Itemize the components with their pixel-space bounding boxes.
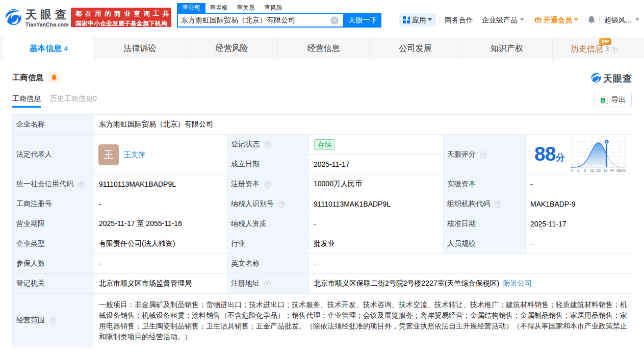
svg-text:85: 85 [604,169,608,172]
svg-text:x: x [602,98,604,102]
svg-text:97: 97 [610,169,614,172]
svg-text:0: 0 [571,169,573,172]
svg-text:1: 1 [577,169,579,172]
svg-text:3: 3 [584,169,586,172]
svg-text:15: 15 [590,169,594,172]
svg-text:100: 100 [620,169,626,172]
svg-text:50: 50 [597,169,601,172]
